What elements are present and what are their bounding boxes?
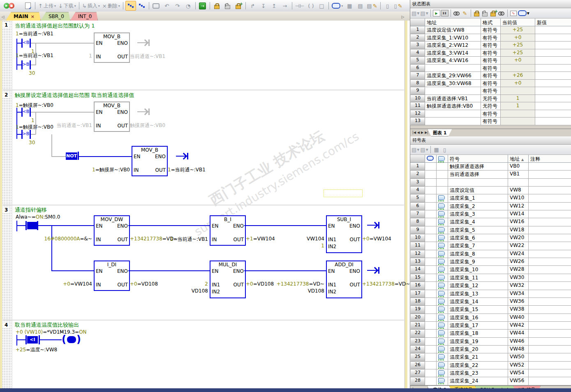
symbol-cell[interactable]: 温度采集_3 — [448, 210, 508, 218]
address-cell[interactable]: VW20 — [508, 234, 529, 242]
row-number-cell[interactable]: 19 — [410, 306, 425, 314]
current-value-cell[interactable] — [501, 87, 535, 95]
nav-prev-button[interactable]: ◀ — [417, 131, 420, 134]
undo-button[interactable]: ↶ — [162, 1, 172, 10]
tab-main[interactable]: MAIN× — [6, 12, 41, 21]
branch-out-button[interactable]: ↥ — [269, 1, 279, 10]
lock-add-button[interactable] — [233, 1, 243, 10]
force-add-button[interactable] — [490, 9, 497, 17]
clock-button[interactable]: ◔ — [183, 1, 193, 10]
current-value-cell[interactable]: +25 — [501, 26, 535, 34]
format-cell[interactable]: 有符号 — [481, 49, 501, 57]
stop-button[interactable]: ■ — [12, 1, 22, 10]
address-cell[interactable]: VW8 — [508, 187, 529, 194]
row-number-cell[interactable]: 4 — [410, 49, 425, 57]
row-number-cell[interactable]: 1 — [410, 26, 425, 34]
compile-button[interactable] — [23, 1, 33, 10]
symbol-cell[interactable]: 温度采集_8 — [448, 250, 508, 258]
row-number-cell[interactable]: 6 — [410, 203, 425, 210]
add-di-box[interactable]: ADD_DI EN ENO IN1 OUT IN2 — [326, 261, 362, 298]
symbol-cell[interactable]: 温度采集_12 — [448, 282, 508, 290]
row-number-cell[interactable]: 2 — [410, 34, 425, 42]
trend-view-button[interactable]: ∿ — [510, 9, 517, 17]
address-cell[interactable] — [425, 118, 481, 125]
comment-cell[interactable] — [529, 346, 571, 353]
symbol-cell[interactable]: 温度采集_24 — [448, 377, 508, 385]
comment-cell[interactable] — [529, 194, 571, 202]
symbol-cell[interactable]: 温度采集_19 — [448, 338, 508, 346]
current-value-cell[interactable]: +0 — [501, 34, 535, 42]
tab-scroll-right-button[interactable]: ▷ — [400, 13, 406, 21]
tab-sbr0[interactable]: SBR_0 — [41, 12, 70, 21]
comment-cell[interactable] — [529, 306, 571, 314]
comment-cell[interactable] — [529, 203, 571, 210]
tab-scroll-left-button[interactable]: ◁ — [0, 13, 6, 21]
box-out-operand[interactable]: +1=VW104 — [246, 236, 275, 242]
delete-button[interactable]: ×删除▾ — [102, 1, 121, 10]
sheet-edit-button[interactable]: ▤ — [355, 1, 365, 10]
new-value-cell[interactable] — [535, 87, 571, 95]
row-number-cell[interactable]: 23 — [410, 338, 425, 346]
box-in1-operand[interactable]: VW104 — [307, 236, 324, 242]
current-value-cell[interactable] — [501, 118, 535, 125]
shape-button[interactable] — [151, 1, 161, 10]
column-header-current-value[interactable]: 当前值 — [501, 18, 535, 26]
address-cell[interactable]: VB1 — [508, 171, 529, 178]
chart-read-start-button[interactable]: ▶ — [433, 9, 440, 17]
box-in2-operand[interactable]: 1 — [321, 243, 324, 249]
bookmark-button[interactable]: ▯ — [383, 1, 393, 10]
new-value-cell[interactable] — [535, 26, 571, 34]
address-cell[interactable]: VW56 — [508, 377, 529, 385]
column-header-symbol[interactable]: 符号 — [448, 155, 508, 163]
new-value-cell[interactable] — [535, 80, 571, 88]
network-1-title[interactable]: 当前通道选择值超出范围默认为 1 — [15, 22, 95, 30]
row-number-cell[interactable]: 17 — [410, 290, 425, 298]
symbol-cell[interactable]: 温度采集_2 — [448, 203, 508, 210]
row-number-cell[interactable]: 7 — [410, 72, 425, 80]
address-cell[interactable]: VW32 — [508, 282, 529, 290]
download-button[interactable]: ↓下载▾ — [58, 1, 77, 10]
address-cell[interactable]: 触摸屏通道选择:VB0 — [425, 102, 481, 110]
new-value-cell[interactable] — [535, 57, 571, 65]
comment-cell[interactable] — [529, 274, 571, 282]
address-cell[interactable]: 温度采集_3:VW14 — [425, 49, 481, 57]
format-cell[interactable]: 有符号 — [481, 87, 501, 95]
row-number-cell[interactable]: 15 — [410, 274, 425, 282]
symbol-cell[interactable]: 温度采集_1 — [448, 194, 508, 202]
not-contact[interactable]: NOT — [66, 152, 77, 160]
redo-button[interactable]: ↷ — [173, 1, 183, 10]
address-cell[interactable] — [508, 179, 529, 187]
box-in-operand[interactable]: 1=触摸屏~:VB0 — [92, 166, 130, 173]
symbol-cell[interactable]: 温度采集_5 — [448, 226, 508, 234]
box-out-operand[interactable]: +134217738=VD~ — [362, 281, 410, 287]
format-cell[interactable]: 有符号 — [481, 118, 501, 125]
address-cell[interactable]: VW34 — [508, 290, 529, 298]
box-out-operand[interactable]: 当前通道~:VB1 — [130, 53, 165, 60]
network-2-title[interactable]: 触摸屏设定通道选择值超出范围 取当前通道选择值 — [15, 92, 134, 99]
format-cell[interactable]: 有符号 — [481, 57, 501, 65]
address-cell[interactable]: VW22 — [508, 242, 529, 250]
row-number-cell[interactable]: 13 — [410, 258, 425, 266]
address-cell[interactable]: VW38 — [508, 306, 529, 314]
box-instruction-button[interactable]: □ — [317, 1, 326, 10]
current-value-cell[interactable]: +0 — [501, 80, 535, 88]
delete-symbol-table-button[interactable]: ▤▾ — [420, 145, 428, 154]
address-cell[interactable]: VW28 — [508, 266, 529, 274]
row-number-cell[interactable]: 20 — [410, 314, 425, 322]
row-number-cell[interactable]: 11 — [410, 102, 425, 110]
symbol-cell[interactable]: 温度采集_14 — [448, 298, 508, 306]
mov-dw-box[interactable]: MOV_DW EN ENO IN OUT — [94, 215, 130, 246]
chart-pause-button[interactable]: ▮▮ — [441, 9, 448, 17]
comment-cell[interactable] — [529, 258, 571, 266]
column-header-comment[interactable]: 注释 — [529, 155, 571, 163]
column-header-format[interactable]: 格式 — [481, 18, 501, 26]
row-number-cell[interactable]: 12 — [410, 110, 425, 118]
row-number-cell[interactable]: 6 — [410, 65, 425, 72]
row-number-cell[interactable]: 26 — [410, 362, 425, 369]
address-cell[interactable] — [425, 87, 481, 95]
branch-down-button[interactable]: ↧ — [259, 1, 268, 10]
current-value-cell[interactable]: +25 — [501, 42, 535, 49]
ladder-editor[interactable]: 西门子工业 技术论坛 support.industry.siemens.com/… — [0, 21, 410, 388]
energized-coil[interactable] — [67, 336, 76, 343]
address-cell[interactable]: VW26 — [508, 258, 529, 266]
